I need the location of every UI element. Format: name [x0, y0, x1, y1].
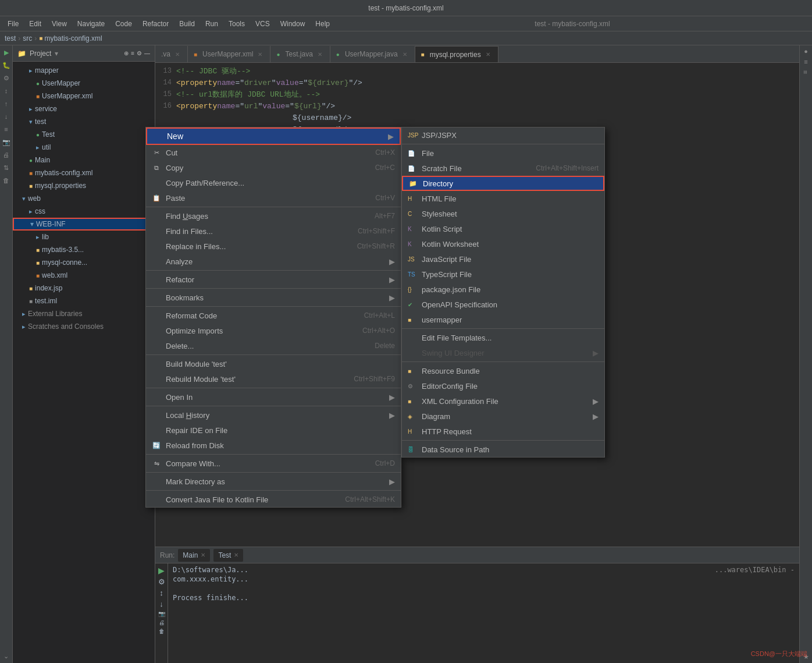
- ctx-item-compare-with[interactable]: ⇋ Compare With... Ctrl+D: [146, 456, 401, 471]
- tab-usermapper-xml[interactable]: ■ UserMapper.xml ✕: [188, 46, 270, 62]
- play-icon[interactable]: ▶: [158, 566, 165, 575]
- ctx-item-delete[interactable]: Delete... Delete: [146, 338, 401, 353]
- ctx-item-find-in-files[interactable]: Find in Files... Ctrl+Shift+F: [146, 224, 401, 239]
- tree-item-ext-libs[interactable]: ▸ External Libraries: [13, 307, 155, 320]
- context-menu-primary[interactable]: New ▶ ✂ Cut Ctrl+X ⧉ Copy Ctrl+C Copy Pa…: [145, 127, 401, 508]
- tree-item-usermapper[interactable]: ● UserMapper: [13, 77, 155, 90]
- menu-refactor[interactable]: Refactor: [138, 19, 173, 29]
- ctx-item-build-module[interactable]: Build Module 'test': [146, 356, 401, 371]
- rerun-icon[interactable]: ↕: [159, 588, 163, 597]
- sub-item-scratch[interactable]: 📄 Scratch File Ctrl+Alt+Shift+Insert: [402, 161, 604, 176]
- ctx-item-copy-path[interactable]: Copy Path/Reference...: [146, 175, 401, 190]
- minus-icon[interactable]: —: [144, 50, 150, 56]
- tab-usermapper-xml-close[interactable]: ✕: [256, 50, 264, 58]
- tree-item-test[interactable]: ▾ test: [13, 115, 155, 128]
- chevron-down-icon[interactable]: ⌄: [2, 651, 11, 661]
- ctx-item-rebuild-module[interactable]: Rebuild Module 'test' Ctrl+Shift+F9: [146, 371, 401, 387]
- ctx-item-repair-ide[interactable]: Repair IDE on File: [146, 423, 401, 438]
- sub-item-http-request[interactable]: H HTTP Request: [402, 424, 604, 439]
- tree-item-test-iml[interactable]: ■ test.iml: [13, 295, 155, 307]
- ctx-item-open-in[interactable]: Open In ▶: [146, 389, 401, 405]
- sub-item-file[interactable]: 📄 File: [402, 146, 604, 161]
- ctx-item-cut[interactable]: ✂ Cut Ctrl+X: [146, 145, 401, 160]
- tree-item-mysql-props[interactable]: ■ mysql.properties: [13, 179, 155, 192]
- tab-mysql-props[interactable]: ■ mysql.properties ✕: [415, 46, 498, 62]
- tree-item-mysql-jar[interactable]: ■ mysql-conne...: [13, 256, 155, 269]
- right-icon-3[interactable]: ≡: [802, 70, 809, 74]
- print-run-icon[interactable]: 🖨: [159, 619, 165, 626]
- ctx-item-replace-in-files[interactable]: Replace in Files... Ctrl+Shift+R: [146, 239, 401, 254]
- scope-icon[interactable]: ⊕: [124, 50, 129, 56]
- sub-item-data-source[interactable]: 🗄 Data Source in Path: [402, 442, 604, 457]
- menu-build[interactable]: Build: [174, 19, 200, 29]
- sub-item-editorconfig[interactable]: ⚙ EditorConfig File: [402, 378, 604, 393]
- trash-run-icon[interactable]: 🗑: [159, 628, 165, 634]
- sub-item-jsp[interactable]: JSP JSP/JSPX: [402, 127, 604, 143]
- camera-run-icon[interactable]: 📷: [158, 611, 165, 617]
- dropdown-icon[interactable]: ▾: [55, 49, 58, 58]
- breadcrumb-test[interactable]: test: [5, 34, 16, 42]
- menu-window[interactable]: Window: [276, 19, 310, 29]
- settings-icon[interactable]: ⚙: [2, 73, 11, 83]
- filter-icon[interactable]: ⚙: [137, 50, 142, 56]
- tree-item-webinf[interactable]: ▾ WEB-INF: [13, 218, 155, 231]
- ctx-item-local-history[interactable]: Local History ▶: [146, 407, 401, 423]
- breadcrumb-src[interactable]: src: [23, 34, 32, 42]
- collapse-icon[interactable]: ≡: [131, 50, 134, 56]
- menu-code[interactable]: Code: [111, 19, 137, 29]
- sub-item-html[interactable]: H HTML File: [402, 191, 604, 206]
- run-icon[interactable]: ▶: [2, 48, 11, 57]
- camera-icon[interactable]: 📷: [2, 137, 11, 147]
- tab-testjava[interactable]: ● Test.java ✕: [270, 46, 330, 62]
- ctx-item-copy[interactable]: ⧉ Copy Ctrl+C: [146, 160, 401, 175]
- sync-icon[interactable]: ↕: [2, 86, 11, 95]
- sub-item-ts[interactable]: TS TypeScript File: [402, 267, 604, 282]
- scroll-end-icon[interactable]: ↓: [159, 600, 163, 608]
- ctx-item-new[interactable]: New ▶: [146, 127, 401, 145]
- tree-item-web-xml[interactable]: ■ web.xml: [13, 269, 155, 282]
- sub-item-edit-templates[interactable]: Edit File Templates...: [402, 330, 604, 345]
- tab-testjava-close[interactable]: ✕: [316, 50, 324, 58]
- right-icon-1[interactable]: ●: [804, 48, 808, 55]
- print-icon[interactable]: 🖨: [2, 150, 11, 159]
- sort-icon[interactable]: ⇅: [2, 163, 11, 172]
- menu-navigate[interactable]: Navigate: [73, 19, 109, 29]
- sub-item-js[interactable]: JS JavaScript File: [402, 251, 604, 267]
- list-icon[interactable]: ≡: [2, 125, 11, 134]
- tree-item-lib[interactable]: ▸ lib: [13, 231, 155, 243]
- up-icon[interactable]: ↑: [2, 99, 11, 108]
- ctx-item-paste[interactable]: 📋 Paste Ctrl+V: [146, 190, 401, 205]
- menu-edit[interactable]: Edit: [24, 19, 46, 29]
- ctx-item-refactor[interactable]: Refactor ▶: [146, 272, 401, 287]
- menu-view[interactable]: View: [47, 19, 72, 29]
- menu-file[interactable]: File: [3, 19, 23, 29]
- tree-item-service[interactable]: ▸ service: [13, 102, 155, 115]
- down-icon[interactable]: ↓: [2, 112, 11, 121]
- menu-help[interactable]: Help: [311, 19, 334, 29]
- trash-icon[interactable]: 🗑: [2, 176, 11, 185]
- tree-item-main[interactable]: ● Main: [13, 154, 155, 166]
- ctx-item-analyze[interactable]: Analyze ▶: [146, 254, 401, 269]
- tab-va-close[interactable]: ✕: [173, 50, 181, 58]
- debug-icon[interactable]: 🐛: [2, 61, 11, 70]
- menu-tools[interactable]: Tools: [224, 19, 250, 29]
- tree-item-mybatis-jar[interactable]: ■ mybatis-3.5...: [13, 243, 155, 256]
- sub-item-resource-bundle[interactable]: ■ Resource Bundle: [402, 363, 604, 378]
- tab-usermapper-java[interactable]: ● UserMapper.java ✕: [330, 46, 415, 62]
- sub-item-xml-config[interactable]: ■ XML Configuration File ▶: [402, 393, 604, 409]
- run-tab-main-close[interactable]: ✕: [201, 552, 205, 558]
- breadcrumb-file[interactable]: ■ mybatis-config.xml: [39, 34, 102, 42]
- sub-item-openapi[interactable]: ✔ OpenAPI Specification: [402, 297, 604, 312]
- sub-item-directory[interactable]: 📁 Directory: [402, 176, 604, 191]
- sub-item-stylesheet[interactable]: C Stylesheet: [402, 206, 604, 221]
- tree-item-mapper[interactable]: ▸ mapper: [13, 64, 155, 77]
- tree-item-test-class[interactable]: ● Test: [13, 128, 155, 141]
- submenu-new[interactable]: JSP JSP/JSPX 📄 File 📄 Scratch File Ctrl+…: [401, 127, 605, 458]
- ctx-item-bookmarks[interactable]: Bookmarks ▶: [146, 290, 401, 305]
- sub-item-kotlin-worksheet[interactable]: K Kotlin Worksheet: [402, 236, 604, 251]
- tab-va[interactable]: .va ✕: [155, 46, 188, 62]
- ctx-item-find-usages[interactable]: Find Usages Alt+F7: [146, 208, 401, 224]
- tree-item-usermapper-xml[interactable]: ■ UserMapper.xml: [13, 90, 155, 102]
- ctx-item-mark-dir[interactable]: Mark Directory as ▶: [146, 474, 401, 489]
- sub-item-kotlin-script[interactable]: K Kotlin Script: [402, 221, 604, 236]
